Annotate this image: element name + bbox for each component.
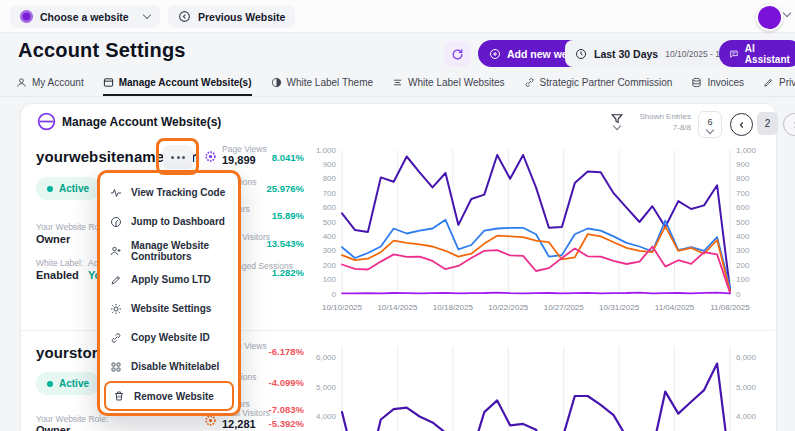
tab-white-label-websites[interactable]: White Label Websites: [392, 73, 505, 96]
menu-item-disable-whitelabel[interactable]: Disable Whitelabel: [100, 352, 238, 381]
contrast-icon: [271, 77, 282, 88]
status-dot-icon: [47, 186, 53, 192]
tab-label: Invoices: [707, 77, 744, 88]
ai-assistant-label: AI Assistant: [745, 43, 792, 65]
page-views-icon: [204, 150, 217, 163]
link-icon: [110, 332, 122, 344]
menu-item-manage-website-contributors[interactable]: Manage Website Contributors: [100, 236, 238, 265]
svg-text:4,000: 4,000: [736, 412, 757, 421]
svg-text:900: 900: [736, 160, 750, 169]
ai-assistant-button[interactable]: AI Assistant: [719, 40, 795, 67]
account-settings-screen: Choose a website Previous Website Accoun…: [0, 0, 795, 431]
role-label: Your Website Role:: [36, 414, 108, 424]
whitelabel-label: White Label:: [36, 258, 83, 268]
layers-icon: [691, 77, 702, 88]
svg-text:700: 700: [323, 189, 337, 198]
svg-text:700: 700: [736, 189, 750, 198]
svg-text:10/10/2025: 10/10/2025: [322, 303, 363, 312]
svg-text:500: 500: [323, 218, 337, 227]
svg-text:200: 200: [323, 261, 337, 270]
svg-text:10/18/2025: 10/18/2025: [433, 303, 474, 312]
user-plus-icon: [110, 245, 122, 257]
previous-website-button[interactable]: Previous Website: [168, 5, 295, 28]
gear-icon: [110, 303, 122, 315]
menu-item-remove-website[interactable]: Remove Website: [104, 381, 234, 411]
menu-item-label: Manage Website Contributors: [131, 240, 228, 262]
svg-text:1,000: 1,000: [736, 146, 757, 155]
next-page-button[interactable]: [783, 113, 795, 136]
tab-manage-account-websites[interactable]: Manage Account Website(s): [103, 73, 252, 96]
status-dot-icon: [47, 381, 53, 387]
svg-text:100: 100: [736, 275, 750, 284]
settings-tabs: My Account Manage Account Website(s) Whi…: [0, 73, 795, 97]
svg-text:500: 500: [736, 218, 750, 227]
svg-text:4,000: 4,000: [316, 412, 337, 421]
menu-item-label: Jump to Dashboard: [131, 216, 225, 227]
svg-text:0: 0: [736, 290, 741, 299]
user-icon: [16, 77, 27, 88]
clock-icon: [575, 48, 587, 60]
menu-item-label: View Tracking Code: [131, 187, 225, 198]
tab-privacy-consents[interactable]: Privacy Consents: [763, 73, 795, 96]
svg-text:1,000: 1,000: [316, 146, 337, 155]
svg-text:400: 400: [323, 232, 337, 241]
shown-entries: Shown Entries 7-8/8: [625, 112, 691, 134]
website-context-menu: View Tracking Code Jump to Dashboard Man…: [97, 170, 241, 416]
svg-text:11/04/2025: 11/04/2025: [655, 303, 695, 312]
svg-text:10/22/2025: 10/22/2025: [488, 303, 529, 312]
whitelabel-value: Enabled: [36, 269, 79, 281]
highlight-annotation-box: [156, 138, 199, 175]
menu-item-label: Apply Sumo LTD: [131, 274, 211, 285]
avatar-chevron-icon[interactable]: [783, 9, 791, 17]
svg-text:0: 0: [332, 290, 337, 299]
refresh-button[interactable]: [444, 41, 471, 67]
top-bar: Choose a website Previous Website: [0, 0, 795, 33]
tab-label: White Label Theme: [287, 77, 374, 88]
menu-item-view-tracking-code[interactable]: View Tracking Code: [100, 178, 238, 207]
website-panel-icon: [36, 111, 57, 132]
activity-icon: [110, 187, 122, 199]
browser-icon: [103, 77, 114, 88]
svg-text:100: 100: [323, 275, 337, 284]
page-title: Account Settings: [18, 39, 186, 62]
menu-item-jump-to-dashboard[interactable]: Jump to Dashboard: [100, 207, 238, 236]
lines-icon: [392, 77, 403, 88]
user-avatar[interactable]: [756, 4, 783, 31]
stat-change: -5.392%: [224, 418, 304, 429]
tab-label: Manage Account Website(s): [119, 77, 252, 88]
svg-text:11/08/2025: 11/08/2025: [710, 303, 750, 312]
svg-text:10/27/2025: 10/27/2025: [544, 303, 585, 312]
svg-text:600: 600: [736, 203, 750, 212]
shown-entries-label: Shown Entries: [625, 112, 691, 123]
choose-website-dropdown[interactable]: Choose a website: [10, 5, 160, 28]
tab-label: My Account: [32, 77, 84, 88]
arrow-left-circle-icon: [178, 10, 191, 23]
trash-icon: [113, 390, 125, 402]
menu-item-apply-sumo-ltd[interactable]: Apply Sumo LTD: [100, 265, 238, 294]
menu-item-label: Disable Whitelabel: [131, 361, 219, 372]
tab-strategic-partner-commission[interactable]: Strategic Partner Commission: [524, 73, 673, 96]
svg-text:300: 300: [736, 246, 750, 255]
svg-text:800: 800: [736, 174, 750, 183]
role-value: Owner: [36, 424, 70, 431]
tab-label: Strategic Partner Commission: [540, 77, 673, 88]
svg-text:6,000: 6,000: [736, 353, 757, 362]
tab-label: White Label Websites: [408, 77, 505, 88]
grid-icon: [110, 361, 122, 373]
tab-invoices[interactable]: Invoices: [691, 73, 744, 96]
chevron-down-icon: [706, 125, 714, 133]
menu-item-copy-website-id[interactable]: Copy Website ID: [100, 323, 238, 352]
menu-item-label: Copy Website ID: [131, 332, 210, 343]
svg-text:900: 900: [323, 160, 337, 169]
tab-white-label-theme[interactable]: White Label Theme: [271, 73, 374, 96]
svg-text:10/31/2025: 10/31/2025: [599, 303, 640, 312]
menu-item-website-settings[interactable]: Website Settings: [100, 294, 238, 323]
arrow-right-icon: [790, 120, 795, 130]
svg-text:5,000: 5,000: [316, 383, 337, 392]
tab-my-account[interactable]: My Account: [16, 73, 84, 96]
menu-item-label: Website Settings: [131, 303, 211, 314]
svg-text:400: 400: [736, 232, 750, 241]
page-size-select[interactable]: 6: [698, 111, 722, 138]
svg-text:5,000: 5,000: [736, 383, 757, 392]
previous-page-button[interactable]: [730, 113, 753, 136]
